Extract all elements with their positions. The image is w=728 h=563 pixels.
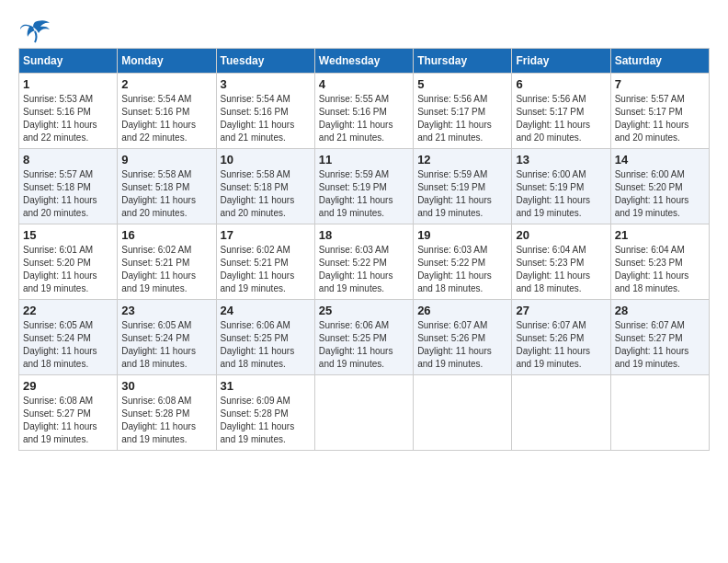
day-number: 9 xyxy=(121,153,211,167)
calendar-cell: 7Sunrise: 5:57 AMSunset: 5:17 PMDaylight… xyxy=(610,74,709,149)
day-header-sunday: Sunday xyxy=(19,49,118,74)
day-number: 31 xyxy=(221,379,311,393)
calendar-cell: 19Sunrise: 6:03 AMSunset: 5:22 PMDayligh… xyxy=(414,224,512,300)
calendar-cell: 10Sunrise: 5:58 AMSunset: 5:18 PMDayligh… xyxy=(216,149,314,224)
day-number: 18 xyxy=(319,228,409,242)
calendar-cell: 1Sunrise: 5:53 AMSunset: 5:16 PMDaylight… xyxy=(19,74,118,149)
day-number: 10 xyxy=(221,153,311,167)
day-number: 12 xyxy=(417,153,507,167)
calendar-cell: 14Sunrise: 6:00 AMSunset: 5:20 PMDayligh… xyxy=(610,149,709,224)
logo xyxy=(18,18,55,44)
day-header-saturday: Saturday xyxy=(610,49,709,74)
calendar-cell: 15Sunrise: 6:01 AMSunset: 5:20 PMDayligh… xyxy=(19,224,118,300)
day-number: 15 xyxy=(23,228,113,242)
day-number: 23 xyxy=(121,304,211,317)
calendar-cell xyxy=(610,375,709,451)
calendar-cell: 5Sunrise: 5:56 AMSunset: 5:17 PMDaylight… xyxy=(414,74,512,149)
day-info: Sunrise: 6:06 AMSunset: 5:25 PMDaylight:… xyxy=(319,319,409,371)
day-info: Sunrise: 5:53 AMSunset: 5:16 PMDaylight:… xyxy=(23,93,113,144)
day-number: 3 xyxy=(221,77,311,91)
calendar-cell: 20Sunrise: 6:04 AMSunset: 5:23 PMDayligh… xyxy=(512,224,610,300)
day-number: 13 xyxy=(516,153,606,167)
calendar-cell xyxy=(414,375,512,451)
day-info: Sunrise: 6:00 AMSunset: 5:20 PMDaylight:… xyxy=(615,168,705,220)
day-info: Sunrise: 5:57 AMSunset: 5:18 PMDaylight:… xyxy=(23,168,113,220)
day-info: Sunrise: 6:05 AMSunset: 5:24 PMDaylight:… xyxy=(121,319,211,371)
calendar-cell: 30Sunrise: 6:08 AMSunset: 5:28 PMDayligh… xyxy=(118,375,216,451)
calendar-cell: 24Sunrise: 6:06 AMSunset: 5:25 PMDayligh… xyxy=(216,300,314,375)
calendar-cell: 13Sunrise: 6:00 AMSunset: 5:19 PMDayligh… xyxy=(512,149,610,224)
calendar-cell: 16Sunrise: 6:02 AMSunset: 5:21 PMDayligh… xyxy=(118,224,216,300)
calendar-cell: 8Sunrise: 5:57 AMSunset: 5:18 PMDaylight… xyxy=(19,149,118,224)
calendar-cell xyxy=(512,375,610,451)
calendar-cell: 2Sunrise: 5:54 AMSunset: 5:16 PMDaylight… xyxy=(118,74,216,149)
day-number: 8 xyxy=(23,153,113,167)
calendar-cell: 4Sunrise: 5:55 AMSunset: 5:16 PMDaylight… xyxy=(314,74,413,149)
day-info: Sunrise: 6:01 AMSunset: 5:20 PMDaylight:… xyxy=(23,244,113,295)
day-number: 1 xyxy=(23,77,113,91)
day-header-wednesday: Wednesday xyxy=(314,49,413,74)
logo-icon xyxy=(18,18,51,44)
day-info: Sunrise: 6:00 AMSunset: 5:19 PMDaylight:… xyxy=(516,168,606,220)
calendar-cell: 17Sunrise: 6:02 AMSunset: 5:21 PMDayligh… xyxy=(216,224,314,300)
calendar-cell: 12Sunrise: 5:59 AMSunset: 5:19 PMDayligh… xyxy=(414,149,512,224)
calendar-table: SundayMondayTuesdayWednesdayThursdayFrid… xyxy=(18,48,710,451)
day-number: 5 xyxy=(417,77,507,91)
day-info: Sunrise: 6:06 AMSunset: 5:25 PMDaylight:… xyxy=(221,319,311,371)
day-info: Sunrise: 5:58 AMSunset: 5:18 PMDaylight:… xyxy=(121,168,211,220)
day-number: 6 xyxy=(516,77,606,91)
day-info: Sunrise: 6:07 AMSunset: 5:26 PMDaylight:… xyxy=(417,319,507,371)
calendar-cell: 26Sunrise: 6:07 AMSunset: 5:26 PMDayligh… xyxy=(414,300,512,375)
calendar-cell: 31Sunrise: 6:09 AMSunset: 5:28 PMDayligh… xyxy=(216,375,314,451)
calendar-cell: 11Sunrise: 5:59 AMSunset: 5:19 PMDayligh… xyxy=(314,149,413,224)
day-number: 26 xyxy=(417,304,507,317)
day-info: Sunrise: 5:57 AMSunset: 5:17 PMDaylight:… xyxy=(615,93,705,144)
day-info: Sunrise: 5:59 AMSunset: 5:19 PMDaylight:… xyxy=(319,168,409,220)
day-number: 11 xyxy=(319,153,409,167)
day-header-monday: Monday xyxy=(118,49,216,74)
day-number: 4 xyxy=(319,77,409,91)
day-number: 28 xyxy=(615,304,705,317)
day-info: Sunrise: 5:56 AMSunset: 5:17 PMDaylight:… xyxy=(417,93,507,144)
calendar-cell: 25Sunrise: 6:06 AMSunset: 5:25 PMDayligh… xyxy=(314,300,413,375)
day-number: 14 xyxy=(615,153,705,167)
day-number: 30 xyxy=(121,379,211,393)
day-info: Sunrise: 5:54 AMSunset: 5:16 PMDaylight:… xyxy=(121,93,211,144)
day-info: Sunrise: 6:03 AMSunset: 5:22 PMDaylight:… xyxy=(417,244,507,295)
day-info: Sunrise: 6:04 AMSunset: 5:23 PMDaylight:… xyxy=(615,244,705,295)
calendar-cell xyxy=(314,375,413,451)
day-info: Sunrise: 6:02 AMSunset: 5:21 PMDaylight:… xyxy=(121,244,211,295)
day-info: Sunrise: 6:02 AMSunset: 5:21 PMDaylight:… xyxy=(221,244,311,295)
day-info: Sunrise: 5:58 AMSunset: 5:18 PMDaylight:… xyxy=(221,168,311,220)
day-number: 21 xyxy=(615,228,705,242)
calendar-cell: 9Sunrise: 5:58 AMSunset: 5:18 PMDaylight… xyxy=(118,149,216,224)
calendar-cell: 22Sunrise: 6:05 AMSunset: 5:24 PMDayligh… xyxy=(19,300,118,375)
day-header-thursday: Thursday xyxy=(414,49,512,74)
day-info: Sunrise: 5:54 AMSunset: 5:16 PMDaylight:… xyxy=(221,93,311,144)
day-number: 16 xyxy=(121,228,211,242)
day-info: Sunrise: 5:55 AMSunset: 5:16 PMDaylight:… xyxy=(319,93,409,144)
calendar-cell: 18Sunrise: 6:03 AMSunset: 5:22 PMDayligh… xyxy=(314,224,413,300)
day-info: Sunrise: 6:07 AMSunset: 5:26 PMDaylight:… xyxy=(516,319,606,371)
calendar-cell: 23Sunrise: 6:05 AMSunset: 5:24 PMDayligh… xyxy=(118,300,216,375)
day-number: 19 xyxy=(417,228,507,242)
day-info: Sunrise: 5:59 AMSunset: 5:19 PMDaylight:… xyxy=(417,168,507,220)
day-number: 27 xyxy=(516,304,606,317)
day-info: Sunrise: 6:09 AMSunset: 5:28 PMDaylight:… xyxy=(221,395,311,446)
day-info: Sunrise: 6:03 AMSunset: 5:22 PMDaylight:… xyxy=(319,244,409,295)
calendar-cell: 6Sunrise: 5:56 AMSunset: 5:17 PMDaylight… xyxy=(512,74,610,149)
day-number: 25 xyxy=(319,304,409,317)
day-number: 20 xyxy=(516,228,606,242)
calendar-cell: 28Sunrise: 6:07 AMSunset: 5:27 PMDayligh… xyxy=(610,300,709,375)
day-info: Sunrise: 6:08 AMSunset: 5:27 PMDaylight:… xyxy=(23,395,113,446)
day-info: Sunrise: 6:05 AMSunset: 5:24 PMDaylight:… xyxy=(23,319,113,371)
day-info: Sunrise: 5:56 AMSunset: 5:17 PMDaylight:… xyxy=(516,93,606,144)
day-header-friday: Friday xyxy=(512,49,610,74)
day-info: Sunrise: 6:07 AMSunset: 5:27 PMDaylight:… xyxy=(615,319,705,371)
day-info: Sunrise: 6:04 AMSunset: 5:23 PMDaylight:… xyxy=(516,244,606,295)
calendar-cell: 3Sunrise: 5:54 AMSunset: 5:16 PMDaylight… xyxy=(216,74,314,149)
calendar-cell: 29Sunrise: 6:08 AMSunset: 5:27 PMDayligh… xyxy=(19,375,118,451)
day-number: 22 xyxy=(23,304,113,317)
day-header-tuesday: Tuesday xyxy=(216,49,314,74)
day-number: 7 xyxy=(615,77,705,91)
